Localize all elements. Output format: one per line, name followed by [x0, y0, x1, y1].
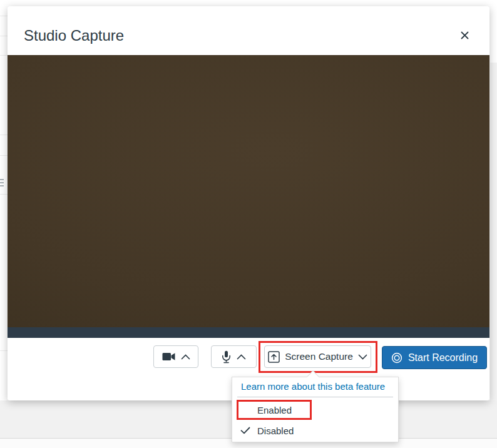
learn-more-link[interactable]: Learn more about this beta feature [241, 381, 385, 392]
chevron-down-icon [358, 354, 367, 360]
webcam-preview [8, 55, 489, 327]
modal-title: Studio Capture [24, 27, 124, 44]
close-button[interactable] [457, 28, 472, 43]
chevron-up-icon [237, 354, 246, 360]
background-row-line [0, 55, 8, 56]
start-recording-button[interactable]: Start Recording [382, 346, 487, 369]
studio-capture-modal: Studio Capture [8, 6, 489, 400]
disabled-option-label: Disabled [257, 425, 294, 436]
background-row-line [0, 16, 8, 16]
background-row-line [0, 194, 8, 195]
microphone-icon [222, 350, 231, 364]
checkmark-icon [240, 427, 250, 434]
close-icon [461, 31, 469, 39]
camera-button[interactable] [153, 345, 198, 368]
menu-item-enabled[interactable]: Enabled [232, 401, 398, 420]
menu-divider [237, 397, 393, 397]
screen-capture-button[interactable]: Screen Capture [264, 345, 371, 368]
page: Studio Capture [0, 0, 497, 448]
video-progress-strip [8, 327, 489, 338]
background-right-panel [490, 63, 497, 448]
background-row-line [0, 36, 8, 36]
chevron-up-icon [181, 354, 190, 360]
enabled-option-label: Enabled [257, 405, 292, 415]
background-row-line [0, 350, 8, 351]
screen-share-icon [268, 351, 280, 363]
screen-capture-label: Screen Capture [285, 351, 353, 362]
background-row-line [0, 135, 8, 135]
video-camera-icon [162, 352, 175, 361]
modal-header: Studio Capture [8, 6, 489, 55]
record-icon [391, 352, 402, 364]
background-list-icon [0, 179, 4, 188]
menu-item-disabled[interactable]: Disabled [232, 422, 398, 440]
background-row-line [0, 155, 8, 156]
microphone-button[interactable] [211, 345, 257, 368]
start-recording-label: Start Recording [408, 352, 478, 364]
screen-capture-menu: Learn more about this beta feature Enabl… [232, 377, 399, 442]
